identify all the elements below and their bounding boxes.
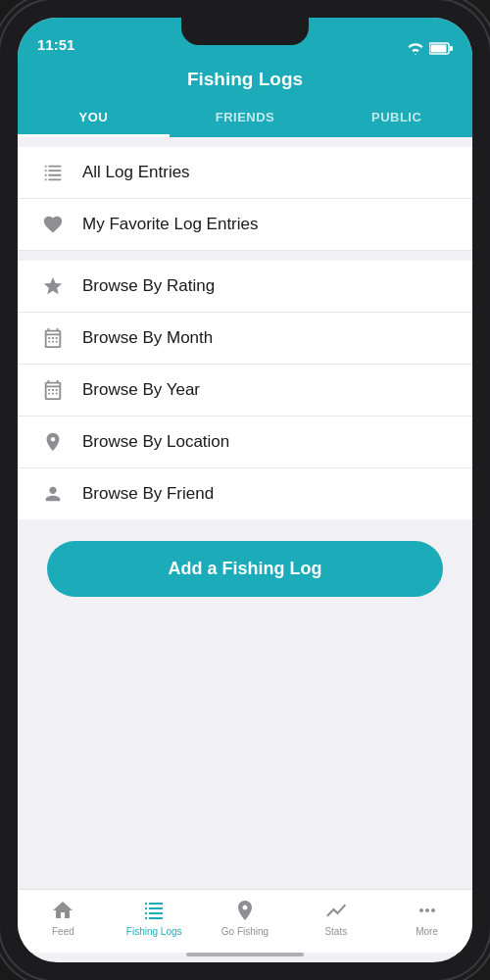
svg-rect-2 bbox=[431, 45, 447, 53]
home-indicator bbox=[186, 953, 304, 956]
list-item-browse-location[interactable]: Browse By Location bbox=[18, 416, 472, 468]
tab-bar: YOU FRIENDS PUBLIC bbox=[18, 100, 472, 137]
nav-item-feed[interactable]: Feed bbox=[18, 898, 109, 937]
tab-public[interactable]: PUBLIC bbox=[320, 100, 472, 137]
browse-location-label: Browse By Location bbox=[82, 432, 229, 452]
tab-you[interactable]: YOU bbox=[18, 100, 170, 137]
menu-section-browse: Browse By Rating Browse By Month Browse … bbox=[18, 261, 472, 519]
status-time: 11:51 bbox=[37, 36, 74, 55]
favorites-label: My Favorite Log Entries bbox=[82, 215, 259, 234]
browse-month-label: Browse By Month bbox=[82, 328, 213, 348]
list-item-browse-friend[interactable]: Browse By Friend bbox=[18, 468, 472, 519]
calendar-year-icon bbox=[37, 379, 69, 401]
person-icon bbox=[37, 483, 69, 505]
list-nav-icon bbox=[141, 898, 167, 923]
home-icon bbox=[50, 898, 75, 923]
nav-label-stats: Stats bbox=[324, 926, 347, 937]
browse-rating-label: Browse By Rating bbox=[82, 276, 215, 296]
tab-friends[interactable]: FRIENDS bbox=[170, 100, 321, 137]
browse-year-label: Browse By Year bbox=[82, 380, 200, 400]
menu-section-top: All Log Entries My Favorite Log Entries bbox=[18, 147, 472, 251]
nav-label-go-fishing: Go Fishing bbox=[221, 926, 269, 937]
content-area: All Log Entries My Favorite Log Entries … bbox=[18, 137, 472, 889]
app-header: Fishing Logs YOU FRIENDS PUBLIC bbox=[18, 61, 472, 137]
battery-icon bbox=[429, 42, 453, 55]
more-icon bbox=[415, 898, 440, 923]
heart-icon bbox=[37, 214, 69, 235]
list-item-favorites[interactable]: My Favorite Log Entries bbox=[18, 199, 472, 250]
browse-friend-label: Browse By Friend bbox=[82, 484, 214, 504]
list-item-browse-rating[interactable]: Browse By Rating bbox=[18, 261, 472, 313]
bottom-nav: Feed Fishing Logs Go Fishing Stats bbox=[18, 889, 472, 953]
pin-icon bbox=[232, 898, 258, 923]
status-icons bbox=[407, 42, 453, 55]
svg-rect-1 bbox=[450, 46, 453, 51]
nav-item-fishing-logs[interactable]: Fishing Logs bbox=[109, 898, 200, 937]
nav-label-feed: Feed bbox=[52, 926, 74, 937]
nav-item-stats[interactable]: Stats bbox=[290, 898, 381, 937]
location-icon bbox=[37, 431, 69, 453]
nav-item-go-fishing[interactable]: Go Fishing bbox=[200, 898, 291, 937]
list-item-browse-month[interactable]: Browse By Month bbox=[18, 313, 472, 365]
calendar-month-icon bbox=[37, 327, 69, 349]
wifi-icon bbox=[407, 42, 424, 55]
list-icon bbox=[37, 162, 69, 183]
all-log-entries-label: All Log Entries bbox=[82, 163, 190, 182]
list-item-browse-year[interactable]: Browse By Year bbox=[18, 365, 472, 416]
add-fishing-log-button[interactable]: Add a Fishing Log bbox=[47, 541, 443, 597]
page-title: Fishing Logs bbox=[18, 69, 472, 100]
stats-icon bbox=[323, 898, 349, 923]
add-button-container: Add a Fishing Log bbox=[18, 521, 472, 616]
list-item-all-log-entries[interactable]: All Log Entries bbox=[18, 147, 472, 199]
nav-item-more[interactable]: More bbox=[381, 898, 472, 937]
nav-label-more: More bbox=[416, 926, 438, 937]
star-icon bbox=[37, 275, 69, 297]
nav-label-fishing-logs: Fishing Logs bbox=[126, 926, 182, 937]
